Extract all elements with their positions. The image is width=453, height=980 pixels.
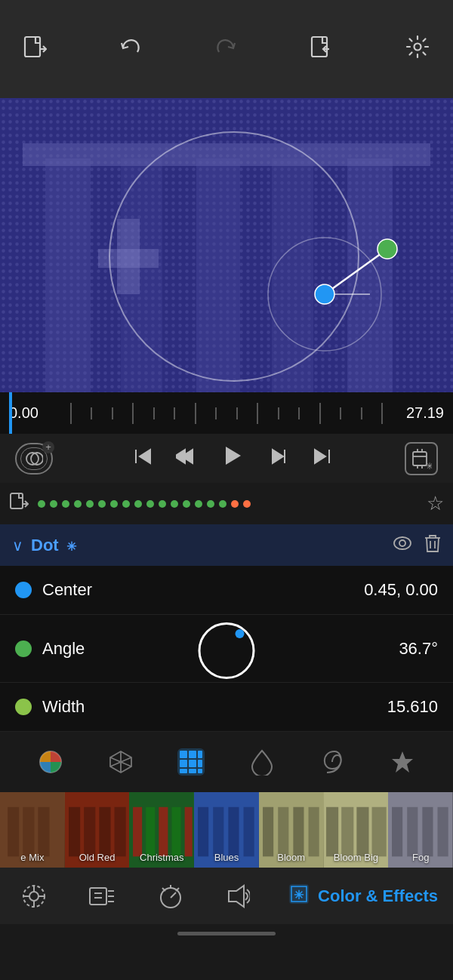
layers-button[interactable]: + xyxy=(15,443,53,475)
skip-to-start-button[interactable] xyxy=(132,446,153,472)
preset-label-fog: Fog xyxy=(388,852,453,863)
svg-rect-68 xyxy=(23,807,34,857)
import-icon[interactable] xyxy=(23,35,47,64)
bottom-nav: ✳ Color & Effects xyxy=(0,868,453,924)
svg-point-18 xyxy=(109,132,359,381)
svg-rect-35 xyxy=(413,452,427,465)
effect-header: ∨ Dot ✳ xyxy=(0,524,453,566)
svg-rect-73 xyxy=(99,807,110,857)
tick xyxy=(319,403,321,424)
preset-old-red[interactable]: Old Red xyxy=(65,792,130,868)
tab-star[interactable] xyxy=(380,739,425,785)
nav-crop-icon[interactable] xyxy=(15,877,53,915)
svg-rect-84 xyxy=(229,807,239,857)
keyframe-export-icon[interactable] xyxy=(9,492,29,516)
svg-rect-92 xyxy=(326,807,338,857)
settings-icon[interactable] xyxy=(405,34,430,65)
nav-color-effects-label: Color & Effects xyxy=(318,886,438,906)
playback-controls: + xyxy=(0,434,453,483)
svg-rect-97 xyxy=(392,807,402,857)
keyframe-button[interactable]: ✳ xyxy=(405,442,438,475)
preset-label-christmas: Christmas xyxy=(129,852,194,863)
nav-edit-icon[interactable] xyxy=(83,877,121,915)
svg-rect-56 xyxy=(180,751,187,758)
tab-color[interactable] xyxy=(28,739,73,785)
param-row-angle[interactable]: Angle 36.7° xyxy=(0,615,453,683)
svg-point-102 xyxy=(29,892,39,901)
timeline-cursor xyxy=(9,392,12,434)
kf-dot xyxy=(195,500,202,508)
kf-star-icon[interactable]: ☆ xyxy=(427,492,444,515)
home-bar xyxy=(177,932,276,935)
svg-rect-72 xyxy=(84,807,95,857)
preset-e-mix[interactable]: e Mix xyxy=(0,792,65,868)
param-row-center[interactable]: Center 0.45, 0.00 xyxy=(0,566,453,615)
preset-label-bloom: Bloom xyxy=(259,852,324,863)
svg-rect-60 xyxy=(189,760,196,767)
preset-bloom[interactable]: Bloom xyxy=(259,792,324,868)
time-ticks[interactable] xyxy=(54,392,399,434)
step-back-button[interactable] xyxy=(176,446,197,472)
tick xyxy=(278,407,279,419)
svg-rect-87 xyxy=(263,807,273,857)
preset-christmas[interactable]: Christmas xyxy=(129,792,194,868)
presets-strip: e Mix Old Red Christmas xyxy=(0,792,453,868)
effect-delete-icon[interactable] xyxy=(424,533,441,558)
color-effects-icon: ✳ xyxy=(288,883,310,910)
svg-rect-80 xyxy=(185,807,193,857)
param-row-width[interactable]: Width 15.610 xyxy=(0,683,453,732)
tick xyxy=(340,407,341,419)
tab-drop[interactable] xyxy=(239,739,285,785)
nav-audio-icon[interactable] xyxy=(220,877,257,915)
tick xyxy=(112,407,113,419)
preset-bloom-big[interactable]: Bloom Big xyxy=(324,792,389,868)
svg-rect-100 xyxy=(438,807,448,857)
svg-line-112 xyxy=(171,892,176,898)
nav-color-effects-button[interactable]: ✳ Color & Effects xyxy=(288,883,438,910)
undo-icon[interactable] xyxy=(119,35,143,64)
svg-rect-59 xyxy=(180,760,187,767)
timeline[interactable]: 0.00 27.19 xyxy=(0,392,453,434)
svg-rect-85 xyxy=(244,807,254,857)
export-icon[interactable] xyxy=(310,35,334,64)
kf-dot xyxy=(98,500,106,508)
top-toolbar xyxy=(0,0,453,98)
preset-blues[interactable]: Blues xyxy=(194,792,259,868)
skip-to-end-button[interactable] xyxy=(312,446,333,472)
svg-point-22 xyxy=(315,284,334,304)
tick xyxy=(381,403,383,424)
tick xyxy=(215,407,217,419)
timeline-wrapper: 0.00 27.19 xyxy=(0,392,453,434)
tab-dot-effect[interactable] xyxy=(168,739,214,785)
svg-rect-93 xyxy=(341,807,353,857)
svg-rect-78 xyxy=(159,807,168,857)
tick xyxy=(298,407,300,419)
svg-rect-79 xyxy=(172,807,181,857)
video-bg xyxy=(0,98,453,392)
keyframe-dots xyxy=(38,500,421,508)
redo-icon[interactable] xyxy=(214,35,238,64)
svg-rect-94 xyxy=(356,807,368,857)
svg-rect-98 xyxy=(408,807,418,857)
preset-fog[interactable]: Fog xyxy=(388,792,453,868)
play-button[interactable] xyxy=(220,443,245,474)
kf-dot xyxy=(38,500,45,508)
svg-rect-57 xyxy=(189,751,196,758)
layers-plus-icon: + xyxy=(42,441,54,453)
preset-label-emix: e Mix xyxy=(0,852,65,863)
svg-point-44 xyxy=(394,537,411,549)
step-forward-button[interactable] xyxy=(268,446,289,472)
effect-title: Dot ✳ xyxy=(31,536,378,555)
effect-visibility-icon[interactable] xyxy=(393,535,412,556)
tab-spiral[interactable] xyxy=(310,739,355,785)
svg-marker-34 xyxy=(315,450,325,463)
kf-dot xyxy=(171,500,178,508)
tick xyxy=(236,407,238,419)
preset-label-oldred: Old Red xyxy=(65,852,130,863)
nav-speed-icon[interactable] xyxy=(152,877,190,915)
tab-3d[interactable] xyxy=(98,739,143,785)
effect-chevron-icon[interactable]: ∨ xyxy=(12,536,23,555)
video-preview[interactable] xyxy=(0,98,453,392)
kf-dot xyxy=(134,500,142,508)
width-label: Width xyxy=(42,697,387,717)
